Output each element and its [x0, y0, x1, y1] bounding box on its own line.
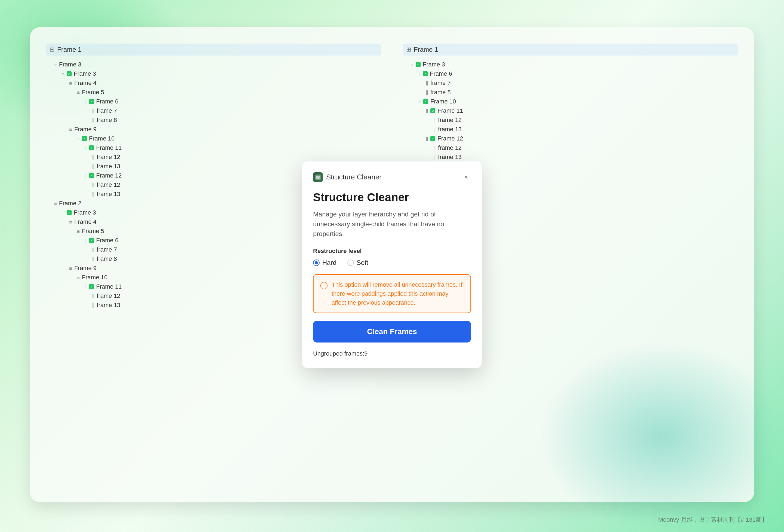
radio-hard[interactable]: Hard	[313, 259, 336, 267]
ungrouped-frames-text: Ungrouped frames:9	[313, 350, 471, 357]
warning-text: This option will remove all unnecessary …	[332, 280, 464, 307]
plugin-icon	[313, 172, 323, 182]
clean-frames-button[interactable]: Clean Frames	[313, 321, 471, 342]
footer-watermark: Moonvy 月维，设计素材周刊【# 131期】	[658, 516, 768, 524]
plugin-icon-inner	[315, 174, 321, 180]
modal-header-left: Structure Cleaner	[313, 172, 382, 182]
radio-hard-label: Hard	[322, 259, 336, 267]
modal-overlay: Structure Cleaner × Structure Cleaner Ma…	[30, 27, 754, 502]
modal-description: Manage your layer hierarchy and get rid …	[313, 209, 471, 239]
modal-heading: Structure Cleaner	[313, 191, 471, 204]
radio-soft-circle[interactable]	[347, 259, 354, 266]
main-card: ⊞ Frame 1 ≡Frame 3≡✓Frame 3≡Frame 4≡Fram…	[30, 27, 754, 502]
warning-box: ⓘ This option will remove all unnecessar…	[313, 274, 471, 313]
modal-title: Structure Cleaner	[326, 173, 382, 181]
restructure-label: Restructure level	[313, 248, 471, 255]
radio-soft[interactable]: Soft	[347, 259, 368, 267]
radio-group: Hard Soft	[313, 259, 471, 267]
radio-hard-circle[interactable]	[313, 259, 319, 266]
warning-icon: ⓘ	[320, 281, 328, 291]
modal-dialog: Structure Cleaner × Structure Cleaner Ma…	[302, 162, 482, 368]
modal-header: Structure Cleaner ×	[313, 172, 471, 182]
radio-soft-label: Soft	[357, 259, 368, 267]
close-button[interactable]: ×	[461, 172, 471, 182]
